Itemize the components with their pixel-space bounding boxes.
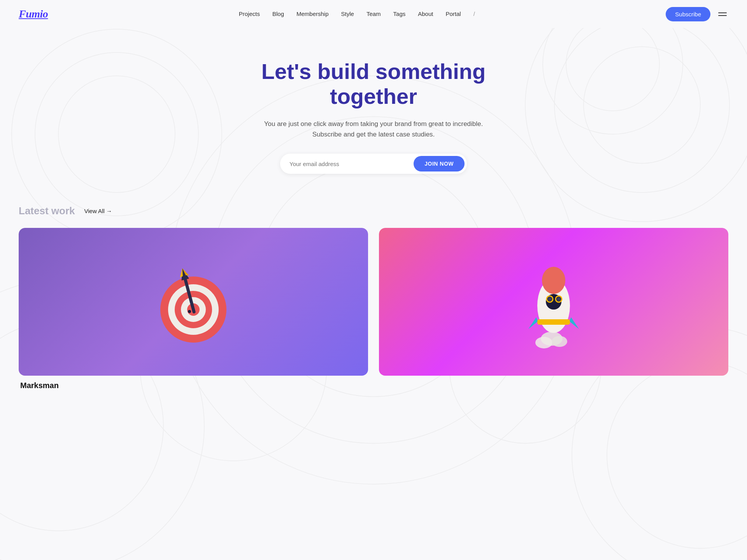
navbar: Fumio Projects Blog Membership Style Tea… [0, 0, 747, 28]
latest-work-section: Latest work View All → [0, 197, 747, 406]
nav-separator: / [473, 10, 475, 17]
logo[interactable]: Fumio [19, 8, 48, 20]
email-input[interactable] [289, 161, 414, 167]
nav-projects[interactable]: Projects [239, 10, 260, 17]
target-icon [151, 259, 236, 345]
card-image-marksman [19, 228, 368, 376]
card-rocket[interactable] [379, 228, 728, 390]
hamburger-line-2 [718, 15, 727, 16]
svg-rect-31 [537, 319, 570, 325]
nav-membership[interactable]: Membership [296, 10, 329, 17]
nav-about[interactable]: About [418, 10, 433, 17]
menu-button[interactable] [717, 11, 728, 18]
nav-tags[interactable]: Tags [393, 10, 406, 17]
hero-subtext-line1: You are just one click away from taking … [264, 120, 483, 128]
hero-subtext-line2: Subscribe and get the latest case studie… [312, 131, 435, 138]
view-all-link[interactable]: View All → [84, 208, 112, 214]
hamburger-line-1 [718, 12, 727, 13]
subscribe-button[interactable]: Subscribe [666, 7, 710, 21]
nav-right: Subscribe [666, 7, 728, 21]
card-image-rocket [379, 228, 728, 376]
section-title: Latest work [19, 205, 75, 217]
nav-style[interactable]: Style [341, 10, 354, 17]
nav-team[interactable]: Team [366, 10, 381, 17]
card-marksman[interactable]: Marksman [19, 228, 368, 390]
nav-blog[interactable]: Blog [272, 10, 284, 17]
svg-point-26 [188, 310, 191, 313]
email-form: JOIN NOW [280, 154, 467, 174]
svg-point-29 [552, 336, 567, 347]
card-marksman-title: Marksman [19, 381, 368, 390]
hero-section: Let's build something together You are j… [0, 28, 747, 197]
svg-point-37 [557, 297, 561, 301]
svg-point-36 [548, 297, 552, 301]
section-header: Latest work View All → [19, 205, 728, 217]
nav-portal[interactable]: Portal [445, 10, 461, 17]
cards-grid: Marksman [19, 228, 728, 390]
join-now-button[interactable]: JOIN NOW [414, 156, 465, 172]
hero-subtext: You are just one click away from taking … [264, 119, 483, 140]
svg-point-28 [535, 337, 552, 348]
nav-links: Projects Blog Membership Style Team Tags… [239, 10, 475, 18]
hero-heading: Let's build something together [218, 59, 529, 109]
svg-point-32 [542, 267, 565, 294]
rocket-icon [515, 255, 593, 348]
